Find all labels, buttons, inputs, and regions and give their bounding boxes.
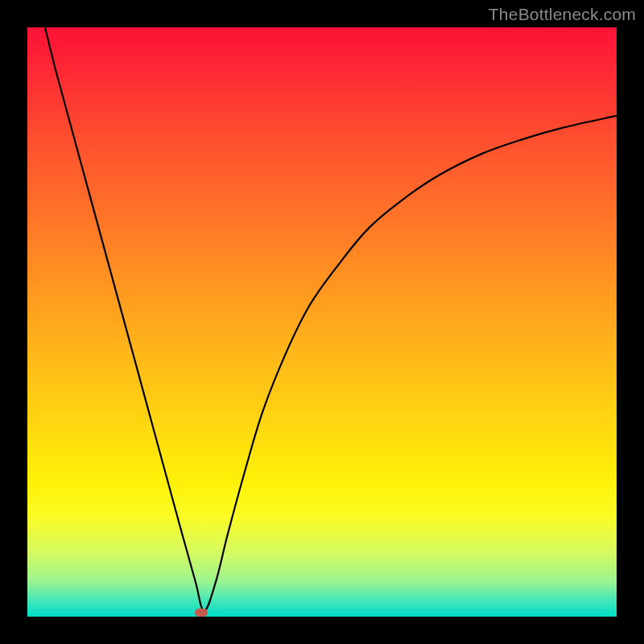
plot-area	[27, 27, 617, 617]
watermark-text: TheBottleneck.com	[489, 5, 636, 24]
chart-frame: TheBottleneck.com	[0, 0, 644, 644]
bottleneck-curve	[27, 27, 617, 617]
optimum-marker	[195, 609, 208, 617]
